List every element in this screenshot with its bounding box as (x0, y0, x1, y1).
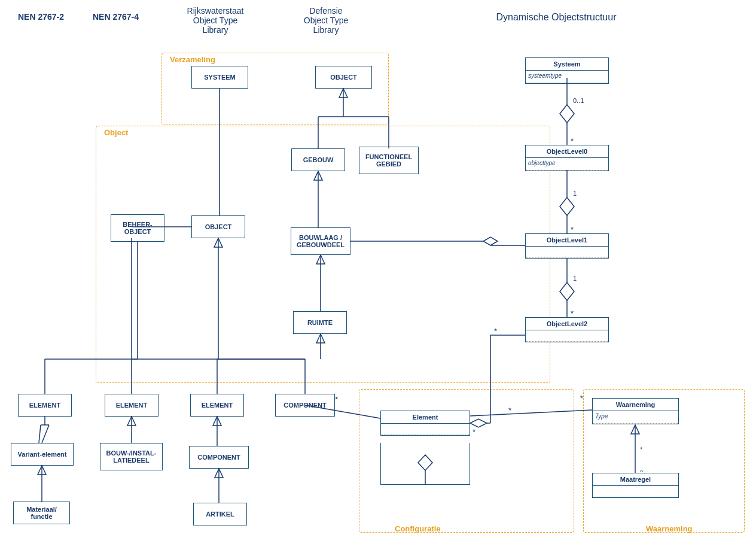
box-systeem-dyn: Systeem systeemtype (525, 57, 609, 84)
svg-marker-50 (127, 417, 136, 426)
label-star-ol2: * (571, 309, 574, 318)
label-one-ol2: 1 (573, 275, 577, 282)
region-waarneming-label: Waarneming (646, 524, 693, 533)
label-star-comp-el: * (335, 395, 338, 404)
box-bouw-instal: BOUW-/INSTAL- LATIEDEEL (100, 443, 163, 470)
box-maatregel: Maatregel (592, 473, 679, 498)
box-component2: COMPONENT (189, 446, 249, 469)
box-materiaal: Materiaal/ functie (13, 502, 70, 524)
svg-marker-4 (560, 198, 574, 215)
region-configuratie-label: Configuratie (395, 524, 441, 533)
header-nen2767-4: NEN 2767-4 (93, 12, 139, 22)
svg-marker-54 (215, 469, 223, 478)
label-star-ol0: * (571, 136, 574, 145)
box-element-dyn: Element (380, 411, 470, 436)
box-element-dyn-lower (380, 443, 470, 485)
box-systeem-lib: SYSTEEM (191, 66, 248, 89)
label-star-ol1: * (571, 225, 574, 234)
box-component1: COMPONENT (275, 394, 335, 417)
svg-line-46 (42, 425, 49, 443)
svg-line-45 (39, 425, 41, 443)
region-object-label: Object (104, 128, 128, 137)
svg-marker-1 (560, 105, 574, 123)
header-defensie: DefensieObject Type Library (290, 6, 362, 35)
box-variant-element: Variant-element (11, 443, 74, 466)
box-element3: ELEMENT (190, 394, 244, 417)
box-bouwlaag: BOUWLAAG / GEBOUWDEEL (291, 227, 350, 255)
box-objectlevel0: ObjectLevel0 objecttype (525, 145, 609, 171)
box-waarneming: Waarneming Type (592, 398, 679, 424)
diagram: NEN 2767-2 NEN 2767-4 RijkswaterstaatObj… (0, 0, 756, 553)
box-object-nen: OBJECT (191, 215, 245, 238)
box-artikel: ARTIKEL (193, 503, 247, 525)
label-one-ol1: 1 (573, 190, 577, 197)
svg-marker-7 (560, 282, 574, 300)
box-objectlevel2: ObjectLevel2 (525, 317, 609, 342)
label-zero-one: 0..1 (573, 97, 584, 104)
box-objectlevel1: ObjectLevel1 (525, 233, 609, 259)
box-beheer-object: BEHEER- OBJECT (111, 214, 164, 242)
box-element1: ELEMENT (18, 394, 72, 417)
header-rijkswaterstaat: RijkswaterstaatObject Type Library (179, 6, 251, 35)
box-gebouw: GEBOUW (291, 148, 345, 171)
region-verzameling-label: Verzameling (170, 55, 215, 64)
header-dynamische: Dynamische Objectstructuur (490, 12, 622, 23)
svg-marker-48 (38, 466, 46, 475)
svg-marker-52 (213, 417, 221, 426)
box-object-lib: OBJECT (315, 66, 372, 89)
box-functioneel-gebied: FUNCTIONEEL GEBIED (359, 147, 419, 174)
box-ruimte: RUIMTE (293, 311, 347, 334)
header-nen2767-2: NEN 2767-2 (18, 12, 64, 22)
box-element2: ELEMENT (105, 394, 158, 417)
